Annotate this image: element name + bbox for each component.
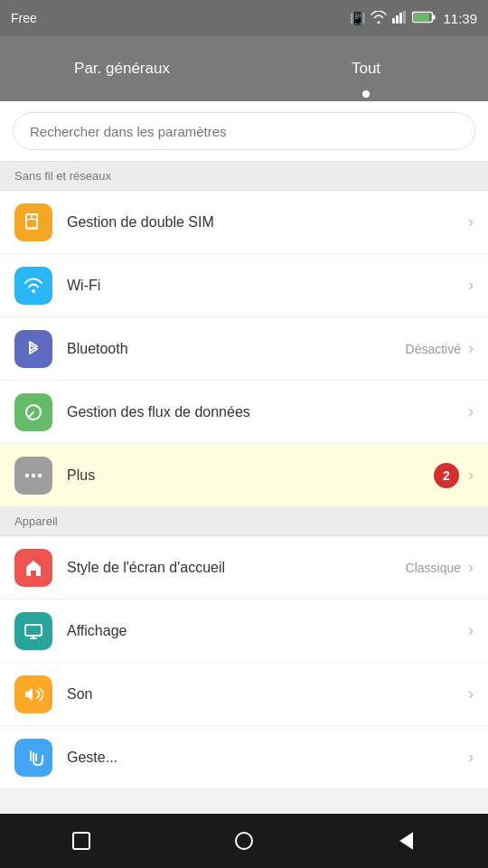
more-icon	[14, 457, 52, 495]
settings-item-data[interactable]: Gestion des flux de données›	[0, 381, 488, 444]
nav-home-button[interactable]	[221, 818, 267, 863]
status-icons: 📳 11:39	[350, 11, 477, 26]
item-status: Désactivé	[406, 342, 461, 356]
chevron-right-icon: ›	[468, 621, 474, 640]
svg-rect-16	[31, 571, 36, 576]
nav-recents-button[interactable]	[59, 818, 104, 863]
svg-rect-0	[392, 18, 395, 24]
chevron-right-icon: ›	[468, 276, 474, 295]
chevron-right-icon: ›	[468, 212, 474, 231]
chevron-right-icon: ›	[468, 558, 474, 577]
settings-item-gesture[interactable]: Geste...›	[0, 726, 488, 789]
wifi-status-icon	[371, 11, 387, 26]
section-header-appareil: Appareil	[0, 507, 488, 536]
settings-section: Gestion de double SIM› Wi-Fi› BluetoothD…	[0, 191, 488, 507]
item-label: Style de l'écran d'accueil	[67, 560, 406, 576]
item-status: Classique	[406, 561, 461, 575]
item-label: Son	[67, 686, 468, 703]
item-label: Geste...	[67, 750, 468, 766]
settings-section: Style de l'écran d'accueilClassique› Aff…	[0, 536, 488, 789]
item-label: Affichage	[67, 623, 468, 639]
svg-rect-6	[414, 14, 429, 21]
status-bar: Free 📳	[0, 0, 488, 36]
sound-icon	[14, 675, 52, 713]
svg-rect-1	[396, 15, 399, 24]
settings-item-double-sim[interactable]: Gestion de double SIM›	[0, 191, 488, 254]
svg-rect-8	[27, 220, 36, 227]
search-bar	[0, 101, 488, 162]
tab-bar: Par. généraux Tout	[0, 36, 488, 101]
battery-icon	[412, 11, 436, 26]
item-label: Gestion des flux de données	[67, 404, 468, 420]
svg-point-13	[25, 473, 29, 476]
settings-item-sound[interactable]: Son›	[0, 663, 488, 726]
display-icon	[14, 612, 52, 650]
svg-point-11	[32, 289, 35, 293]
svg-point-19	[236, 833, 252, 849]
wifi-icon	[14, 267, 52, 305]
data-icon	[14, 393, 52, 431]
bottom-navigation	[0, 814, 488, 868]
section-header-sans-fil-et-réseaux: Sans fil et réseaux	[0, 162, 488, 191]
item-label: Bluetooth	[67, 341, 406, 357]
svg-rect-10	[33, 215, 36, 219]
search-input[interactable]	[13, 112, 475, 150]
svg-marker-20	[401, 834, 412, 848]
svg-rect-5	[433, 14, 436, 19]
chevron-right-icon: ›	[468, 748, 474, 767]
settings-item-display[interactable]: Affichage›	[0, 599, 488, 663]
chevron-right-icon: ›	[468, 402, 474, 421]
chevron-right-icon: ›	[468, 339, 474, 358]
svg-rect-17	[25, 625, 42, 636]
svg-point-14	[32, 473, 35, 476]
carrier-label: Free	[11, 11, 37, 25]
settings-item-wifi[interactable]: Wi-Fi›	[0, 254, 488, 317]
chevron-right-icon: ›	[468, 466, 474, 485]
home-icon	[14, 549, 52, 587]
svg-point-15	[38, 473, 42, 476]
settings-content: Sans fil et réseaux Gestion de double SI…	[0, 162, 488, 789]
tab-tout[interactable]: Tout	[244, 36, 488, 101]
time-label: 11:39	[443, 11, 477, 26]
item-label: Plus	[67, 467, 434, 484]
svg-rect-3	[403, 11, 406, 24]
item-label: Gestion de double SIM	[67, 214, 468, 231]
gesture-icon	[14, 739, 52, 777]
bluetooth-icon	[14, 330, 52, 368]
vibrate-icon: 📳	[350, 11, 365, 25]
signal-icon	[392, 11, 407, 26]
tab-par-generaux[interactable]: Par. généraux	[0, 36, 244, 101]
svg-rect-9	[27, 215, 31, 219]
settings-item-bluetooth[interactable]: BluetoothDésactivé›	[0, 317, 488, 381]
settings-item-plus[interactable]: Plus2›	[0, 444, 488, 507]
item-label: Wi-Fi	[67, 278, 468, 294]
chevron-right-icon: ›	[468, 684, 474, 703]
svg-rect-2	[399, 13, 402, 24]
nav-back-button[interactable]	[384, 818, 429, 863]
settings-item-home[interactable]: Style de l'écran d'accueilClassique›	[0, 536, 488, 599]
notification-badge: 2	[434, 463, 459, 488]
svg-rect-18	[73, 833, 89, 849]
sim-icon	[14, 203, 52, 241]
